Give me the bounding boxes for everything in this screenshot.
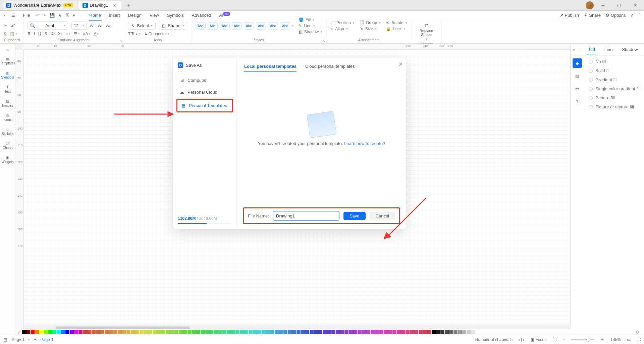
swatch[interactable] xyxy=(87,330,91,334)
swatch[interactable] xyxy=(336,330,340,334)
swatch[interactable] xyxy=(262,330,266,334)
clear-format-icon[interactable]: Aᵪ xyxy=(106,23,110,28)
swatch[interactable] xyxy=(344,330,348,334)
swatch[interactable] xyxy=(257,330,261,334)
rp-tab-fill[interactable]: Fill xyxy=(587,45,596,54)
dlg-tab-cloud[interactable]: Cloud personal templates xyxy=(305,64,355,72)
rp-paint-icon[interactable]: ◆ xyxy=(573,58,582,68)
back-icon[interactable]: ‹ xyxy=(3,11,7,19)
decrease-font-icon[interactable]: A↓ xyxy=(98,23,103,28)
share-button[interactable]: ⚘ Share xyxy=(584,13,601,18)
swatch[interactable] xyxy=(109,330,113,334)
swatch[interactable] xyxy=(388,330,392,334)
align-dropdown[interactable]: ≡ Align▾ xyxy=(331,27,355,31)
zoom-in-icon[interactable]: ＋ xyxy=(600,337,604,342)
swatch[interactable] xyxy=(414,330,418,334)
expand-sidebar-icon[interactable]: » xyxy=(3,46,12,53)
swatch[interactable] xyxy=(392,330,396,334)
rotate-dropdown[interactable]: ⟲ Rotate▾ xyxy=(386,20,407,25)
underline-icon[interactable]: U xyxy=(38,32,41,36)
style-preset[interactable]: Abc xyxy=(208,22,218,30)
app-tab[interactable]: D Wondershare EdrawMax Pro xyxy=(2,1,77,10)
case-icon[interactable]: aA▾ xyxy=(83,32,91,36)
swatch[interactable] xyxy=(353,330,357,334)
swatch[interactable] xyxy=(231,330,235,334)
swatch[interactable] xyxy=(122,330,126,334)
sidebar-item-symbols[interactable]: ◫Symbols xyxy=(1,69,14,81)
rp-page-icon[interactable]: ▤ xyxy=(573,71,582,81)
swatch[interactable] xyxy=(305,330,309,334)
swatch[interactable] xyxy=(96,330,100,334)
swatch[interactable] xyxy=(161,330,165,334)
strike-icon[interactable]: S̶ xyxy=(45,32,47,36)
swatch[interactable] xyxy=(174,330,178,334)
style-preset[interactable]: Abc xyxy=(196,22,206,30)
sidebar-item-stickers[interactable]: ☺Stickers xyxy=(1,126,14,138)
swatch[interactable] xyxy=(423,330,427,334)
swatch[interactable] xyxy=(126,330,130,334)
bullets-icon[interactable]: ☰▾ xyxy=(74,32,80,36)
fill-option-none[interactable]: No fill xyxy=(589,59,641,64)
close-window-button[interactable]: ✕ xyxy=(629,0,642,11)
swatch[interactable] xyxy=(453,330,458,334)
outline-icon[interactable]: ▤ xyxy=(3,337,7,342)
connector-tool[interactable]: ↳ Connector▾ xyxy=(144,32,169,36)
swatch[interactable] xyxy=(78,330,83,334)
page-selector[interactable]: Page-1 xyxy=(12,337,25,342)
zoom-value[interactable]: 145% xyxy=(610,337,621,342)
swatch[interactable] xyxy=(35,330,39,334)
replace-shape-button[interactable]: ⇄ Replace Shape ▾ xyxy=(416,21,437,42)
dlg-tab-local[interactable]: Local personal templates xyxy=(244,64,297,72)
swatch[interactable] xyxy=(362,330,366,334)
font-group-launcher-icon[interactable]: ↘ xyxy=(120,39,122,43)
swatch[interactable] xyxy=(349,330,353,334)
swatch[interactable] xyxy=(406,330,410,334)
swatch[interactable] xyxy=(166,330,170,334)
swatch[interactable] xyxy=(44,330,48,334)
tab-insert[interactable]: Insert xyxy=(108,11,121,19)
fill-option-solid[interactable]: Solid fill xyxy=(589,68,641,73)
fullscreen-icon[interactable]: ⛶ xyxy=(637,337,641,342)
swatch[interactable] xyxy=(244,330,248,334)
swatch[interactable] xyxy=(266,330,270,334)
tab-advanced[interactable]: Advanced xyxy=(191,11,212,19)
swatch[interactable] xyxy=(358,330,362,334)
lock-dropdown[interactable]: 🔒 Lock▾ xyxy=(386,27,407,31)
swatch-none[interactable] xyxy=(17,330,21,334)
swatch[interactable] xyxy=(297,330,301,334)
font-family-select[interactable]: 🔍 Arial▾ xyxy=(28,21,68,30)
swatch[interactable] xyxy=(371,330,375,334)
fill-option-pattern[interactable]: Pattern fill xyxy=(589,95,641,100)
swatch[interactable] xyxy=(419,330,423,334)
swatch[interactable] xyxy=(288,330,292,334)
swatch[interactable] xyxy=(153,330,157,334)
swatch[interactable] xyxy=(397,330,401,334)
bold-icon[interactable]: B xyxy=(28,32,31,36)
swatch[interactable] xyxy=(214,330,218,334)
fit-page-icon[interactable]: ⛶ xyxy=(552,337,556,342)
swatch[interactable] xyxy=(118,330,122,334)
focus-toggle[interactable]: ▣ Focus xyxy=(531,337,546,342)
swatch[interactable] xyxy=(201,330,205,334)
style-preset[interactable]: Abc xyxy=(280,22,290,30)
tab-ai[interactable]: AIhot xyxy=(219,11,230,19)
nav-personal-templates[interactable]: ▦Personal Templates xyxy=(178,100,231,111)
swatch[interactable] xyxy=(26,330,30,334)
maximize-button[interactable]: ▢ xyxy=(612,0,626,11)
swatch[interactable] xyxy=(157,330,161,334)
sidebar-item-templates[interactable]: ▦Templates xyxy=(1,55,14,67)
shadow-dropdown[interactable]: ◧ Shadow▾ xyxy=(299,30,322,34)
styles-group-launcher-icon[interactable]: ↘ xyxy=(322,39,325,43)
sidebar-item-images[interactable]: 🖼Images xyxy=(1,97,14,109)
shape-tool[interactable]: ◻ Shape▾ xyxy=(159,22,187,30)
print-icon[interactable]: 🖨 xyxy=(58,13,62,18)
swatch[interactable] xyxy=(375,330,379,334)
swatch[interactable] xyxy=(83,330,87,334)
style-preset[interactable]: Abc xyxy=(220,22,230,30)
italic-icon[interactable]: I xyxy=(34,32,35,36)
swatch[interactable] xyxy=(140,330,144,334)
swatch[interactable] xyxy=(144,330,148,334)
paste-icon[interactable]: 📋▾ xyxy=(10,32,17,36)
swatch[interactable] xyxy=(270,330,274,334)
redo-icon[interactable]: ↷ xyxy=(42,13,46,18)
